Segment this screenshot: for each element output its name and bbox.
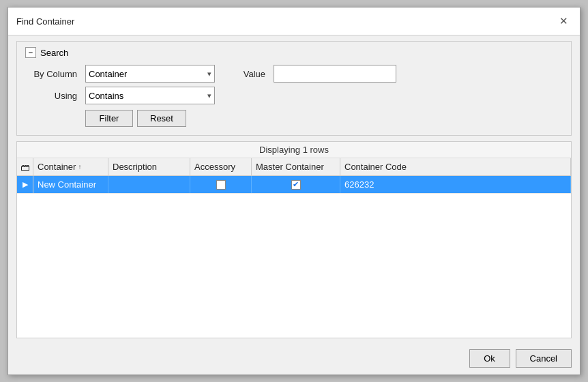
collapse-button[interactable]: − — [25, 47, 36, 58]
dialog-footer: Ok Cancel — [8, 344, 580, 374]
reset-button[interactable]: Reset — [137, 110, 186, 127]
using-select-wrapper[interactable]: Contains Equals Starts With Ends With — [85, 87, 215, 104]
section-header: − Search — [25, 47, 563, 58]
ok-button[interactable]: Ok — [469, 349, 510, 368]
button-row: Filter Reset — [85, 110, 222, 127]
grid-status-bar: Displaying 1 rows — [17, 142, 571, 158]
column-code-label: Container Code — [344, 162, 407, 172]
sort-icon: ↑ — [78, 163, 81, 171]
column-header-container[interactable]: Container ↑ — [33, 158, 108, 175]
grid-section: Displaying 1 rows 🗃 Container ↑ Descript… — [16, 141, 572, 338]
column-header-code[interactable]: Container Code — [340, 158, 571, 175]
column-header-master[interactable]: Master Container — [252, 158, 340, 175]
table-icon: 🗃 — [20, 162, 30, 173]
column-accessory-label: Accessory — [194, 162, 235, 172]
cancel-button[interactable]: Cancel — [516, 349, 572, 368]
cell-master-container — [252, 176, 340, 193]
cell-container: New Container — [33, 176, 108, 193]
column-container-label: Container — [38, 162, 76, 172]
cell-description — [108, 176, 190, 193]
close-button[interactable]: ✕ — [555, 13, 572, 29]
by-column-select[interactable]: Container Description Accessory Master C… — [85, 65, 215, 83]
section-title: Search — [40, 48, 68, 58]
grid-header: 🗃 Container ↑ Description Accessory Mast… — [17, 158, 571, 176]
accessory-checkbox[interactable] — [216, 180, 226, 190]
search-section: − Search By Column Container Description… — [16, 41, 572, 136]
by-column-select-wrapper[interactable]: Container Description Accessory Master C… — [85, 65, 215, 83]
grid-body: ▶ New Container 626232 — [17, 176, 571, 338]
column-header-description[interactable]: Description — [108, 158, 190, 175]
dialog-body: − Search By Column Container Description… — [8, 35, 580, 344]
cell-container-code: 626232 — [340, 176, 571, 193]
value-label: Value — [227, 69, 268, 79]
filter-button[interactable]: Filter — [85, 110, 133, 127]
using-label: Using — [25, 91, 80, 101]
using-select[interactable]: Contains Equals Starts With Ends With — [85, 87, 215, 104]
by-column-label: By Column — [25, 69, 80, 79]
find-container-dialog: Find Container ✕ − Search By Column Cont… — [8, 7, 580, 375]
row-indicator: ▶ — [17, 176, 33, 193]
value-input[interactable] — [274, 65, 396, 83]
master-container-checkbox[interactable] — [291, 180, 301, 190]
column-description-label: Description — [113, 162, 157, 172]
column-master-label: Master Container — [256, 162, 324, 172]
dialog-title: Find Container — [16, 16, 74, 27]
title-bar: Find Container ✕ — [8, 8, 580, 35]
grid-icon-header-cell: 🗃 — [17, 158, 33, 175]
column-header-accessory[interactable]: Accessory — [190, 158, 252, 175]
cell-accessory — [190, 176, 252, 193]
search-form: By Column Container Description Accessor… — [25, 65, 563, 127]
table-row[interactable]: ▶ New Container 626232 — [17, 176, 571, 194]
